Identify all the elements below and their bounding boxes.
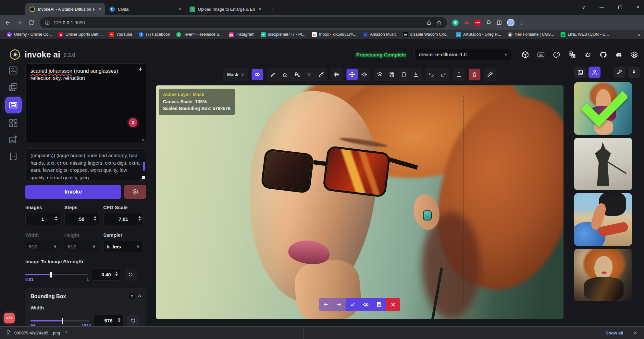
reading-mode-icon[interactable] <box>496 20 502 26</box>
window-restore-button[interactable] <box>618 6 622 9</box>
tab-search-icon[interactable]: ∨ <box>582 5 585 10</box>
tab-close-icon[interactable]: × <box>98 6 102 12</box>
gallery-pin-button[interactable] <box>628 67 640 78</box>
resize-handle[interactable] <box>142 176 145 179</box>
new-tab-button[interactable]: + <box>267 4 277 14</box>
stepper[interactable] <box>55 216 57 221</box>
gallery-thumbnail-selected[interactable] <box>574 82 632 135</box>
gallery-settings-button[interactable] <box>613 67 625 78</box>
stepper[interactable] <box>118 318 120 322</box>
images-input[interactable]: 1 <box>25 213 60 225</box>
mask-options-button[interactable] <box>252 69 263 80</box>
bookmark-facebook[interactable]: f(7) Facebook <box>136 31 173 38</box>
layer-select[interactable]: Mask ∨ <box>223 68 248 81</box>
tab-text-to-image[interactable] <box>7 64 19 77</box>
bookmark-webtoon[interactable]: WLINE WEBTOON - G... <box>558 31 612 38</box>
theme-palette-icon[interactable] <box>553 51 560 58</box>
bbox-width-reset-button[interactable] <box>127 315 139 327</box>
github-icon[interactable] <box>600 51 607 58</box>
adblock-plus-icon[interactable]: ABP <box>474 19 481 26</box>
tab-training[interactable] <box>7 150 19 162</box>
tab-close-icon[interactable]: × <box>258 6 262 12</box>
bookmark-wacom[interactable]: Wdisable Wacom Circ... <box>400 31 452 38</box>
negative-prompt-input[interactable]: ((implants)) (large boobs) nude bad anat… <box>25 148 146 180</box>
bookmark-instagram[interactable]: ◎Instagram <box>226 31 257 38</box>
bookmark-amazon-music[interactable]: ♪Amazon Music <box>360 31 400 38</box>
site-info-icon[interactable] <box>45 20 50 25</box>
clear-mask-button[interactable] <box>303 69 315 80</box>
gallery-results-toggle[interactable] <box>588 67 601 78</box>
bookmark-disciple[interactable]: ✦discipleneil777 - Pr... <box>258 31 308 38</box>
tool-options-button[interactable] <box>331 69 342 80</box>
fill-tool-button[interactable] <box>291 69 303 80</box>
bookmark-sports[interactable]: BOnline Sports Betti... <box>56 31 106 38</box>
gallery-thumbnail[interactable] <box>574 249 632 301</box>
bookmark-artstation[interactable]: AArtStation - Greg R... <box>453 31 504 38</box>
download-menu-caret[interactable]: ^ <box>65 331 68 335</box>
console-toggle-button[interactable]: </> <box>4 313 15 323</box>
show-all-downloads-link[interactable]: Show all <box>605 331 623 335</box>
save-staged-image-button[interactable] <box>372 298 386 311</box>
tab-civitai[interactable]: C Civitai × <box>105 3 185 15</box>
upload-button[interactable] <box>453 69 465 80</box>
pin-icon[interactable] <box>138 67 143 74</box>
tab-close-icon[interactable]: × <box>178 6 182 12</box>
strength-reset-button[interactable] <box>125 269 137 281</box>
stepper[interactable] <box>138 216 141 221</box>
discard-image-button[interactable] <box>386 298 400 311</box>
move-tool-button[interactable] <box>347 69 358 80</box>
download-image-button[interactable] <box>410 69 422 80</box>
resize-handle-icon[interactable]: ◢ <box>142 137 145 142</box>
profile-avatar[interactable] <box>507 19 514 26</box>
canvas-image[interactable]: Active Layer: Mask Canvas Scale: 108% Sc… <box>156 85 564 319</box>
scrollbar-thumb[interactable] <box>143 162 145 171</box>
canvas-settings-button[interactable] <box>485 69 496 80</box>
bounding-box-selection[interactable] <box>255 96 464 304</box>
hotkeys-keyboard-icon[interactable] <box>537 51 545 58</box>
gallery-images-toggle[interactable] <box>574 67 586 78</box>
redo-button[interactable] <box>438 69 449 80</box>
window-close-button[interactable]: × <box>636 4 639 10</box>
tab-invokeai[interactable]: InvokeAI - A Stable Diffusion Too... × <box>25 3 105 15</box>
accept-image-button[interactable] <box>346 298 359 311</box>
clear-canvas-button[interactable] <box>469 69 480 80</box>
save-to-gallery-button[interactable] <box>386 69 398 80</box>
tab-unified-canvas[interactable] <box>6 97 21 113</box>
bookmark-youtube[interactable]: ▶YouTube <box>106 31 135 38</box>
steps-input[interactable]: 50 <box>64 213 99 225</box>
share-icon[interactable] <box>426 20 432 25</box>
invoke-button[interactable]: Invoke <box>25 185 121 199</box>
grammarly-extension-icon[interactable]: G <box>452 19 459 26</box>
bbox-width-slider[interactable]: 64 1024 <box>31 320 90 321</box>
forward-button[interactable] <box>16 19 23 26</box>
downloads-close-icon[interactable]: × <box>634 330 637 336</box>
bookmark-star-icon[interactable] <box>436 20 442 25</box>
next-image-button[interactable] <box>332 298 346 311</box>
help-icon[interactable]: ? <box>129 293 135 299</box>
height-select[interactable]: 512∨ <box>64 241 99 252</box>
tab-nodes[interactable] <box>7 117 19 129</box>
bookmark-neil-fontaine[interactable]: ◉Neil Fontaine | CGS... <box>505 31 557 38</box>
bug-report-icon[interactable] <box>584 51 591 58</box>
show-hide-image-button[interactable] <box>359 298 372 311</box>
bookmark-udemy[interactable]: UUdemy - Online Co... <box>4 31 55 38</box>
bookmark-inbox[interactable]: MInbox - klk56831@... <box>309 31 359 38</box>
copy-to-clipboard-button[interactable] <box>398 69 410 80</box>
undo-button[interactable] <box>426 69 437 80</box>
download-item[interactable]: 000979.40d74eb5....png ^ <box>6 330 68 335</box>
bbox-width-input[interactable]: 576 <box>94 315 123 327</box>
color-picker-button[interactable] <box>316 69 327 80</box>
prompt-input[interactable]: scarlett johansson (round sunglasses) re… <box>25 63 146 143</box>
collapse-chevron-icon[interactable]: ^ <box>138 294 141 299</box>
gallery-thumbnail[interactable] <box>574 138 632 190</box>
tab-post-processing[interactable] <box>7 133 19 146</box>
cfg-input[interactable]: 7.01 <box>103 213 143 225</box>
language-translate-icon[interactable] <box>568 51 576 58</box>
bookmark-fiverr[interactable]: fFiverr - Freelance S... <box>173 31 226 38</box>
tab-image-to-image[interactable] <box>7 81 19 93</box>
tab-upload-image[interactable]: ↑ Upload Image to Enlarge & Enha... × <box>185 3 265 15</box>
discord-icon[interactable] <box>615 51 623 58</box>
model-manager-icon[interactable] <box>522 51 529 58</box>
model-select[interactable]: dreamlike-diffusion-1.0 ∨ <box>415 49 512 60</box>
extensions-puzzle-icon[interactable] <box>486 20 491 26</box>
